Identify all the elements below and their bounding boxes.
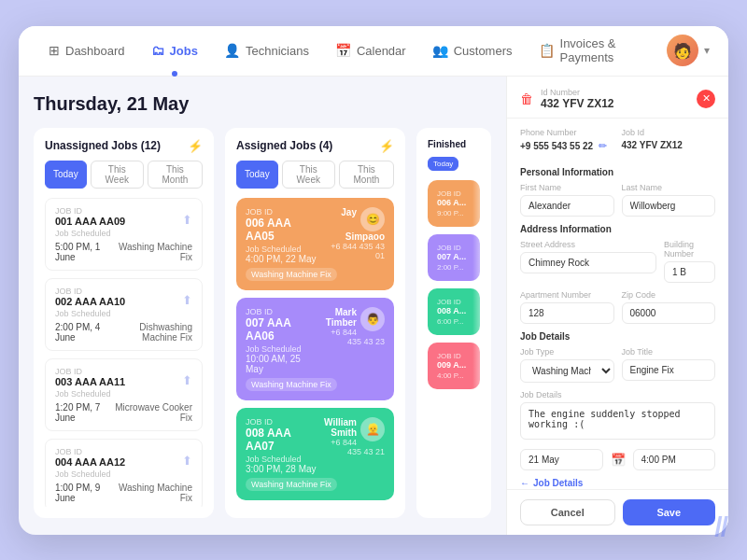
apartment-label: Apartment Number	[520, 290, 614, 300]
time-input[interactable]	[633, 449, 716, 470]
back-to-job-details-button[interactable]: ← Job Details	[520, 478, 715, 488]
tab-today-unassigned[interactable]: Today	[45, 161, 87, 189]
apt-zip-fields: Apartment Number Zip Code	[520, 290, 715, 324]
tab-month-assigned[interactable]: This Month	[339, 161, 394, 189]
invoices-icon: 📋	[539, 43, 555, 58]
tab-week-assigned[interactable]: This Week	[282, 161, 335, 189]
upload-icon[interactable]: ⬆	[182, 373, 192, 387]
job-type-select[interactable]: Washing Machine Fix	[520, 359, 614, 383]
job-details-label: Job Details	[520, 390, 715, 399]
dashboard-icon: ⊞	[49, 43, 60, 58]
job-details-title: Job Details	[520, 331, 715, 342]
job-type-label: Job Type	[520, 347, 614, 357]
calendar-picker-icon[interactable]: 📅	[611, 453, 626, 467]
list-item[interactable]: JOB ID 002 AAA AA10 ⬆ Job Scheduled 2:00…	[45, 278, 203, 351]
list-item[interactable]: JOB ID 003 AAA AA11 ⬆ Job Scheduled 1:20…	[45, 358, 203, 431]
cancel-button[interactable]: Cancel	[520, 499, 615, 525]
page-title: Thursday, 21 May	[34, 93, 491, 115]
street-label: Street Address	[520, 240, 656, 249]
assigned-jobs-list: JOB ID 006 AAA AA05 Job Scheduled 4:00 P…	[236, 198, 394, 507]
list-item[interactable]: JOB ID 008 AAA AA07 Job Scheduled 3:00 P…	[236, 408, 394, 500]
unassigned-filter-icon[interactable]: ⚡	[188, 139, 203, 153]
user-avatar-button[interactable]: 🧑 ▾	[667, 35, 710, 66]
nav-label-calendar: Calendar	[357, 44, 406, 58]
nav-label-invoices: Invoices & Payments	[560, 36, 648, 64]
name-fields: First Name Last Name	[520, 183, 715, 217]
assigned-column: Assigned Jobs (4) ⚡ Today This Week This…	[225, 128, 405, 518]
panel-body: Phone Number +9 555 543 55 22 ✏ Job Id 4…	[507, 119, 728, 489]
calendar-icon: 📅	[335, 43, 351, 58]
list-item[interactable]: JOB ID 009 A... 4:00 P...	[428, 343, 480, 389]
upload-icon[interactable]: ⬆	[182, 293, 192, 307]
sidebar-item-dashboard[interactable]: ⊞ Dashboard	[37, 37, 136, 63]
panel-footer: Cancel Save	[507, 489, 728, 535]
list-item[interactable]: JOB ID 001 AAA AA09 ⬆ Job Scheduled 5:00…	[45, 198, 203, 271]
phone-row: Phone Number +9 555 543 55 22 ✏ Job Id 4…	[520, 128, 715, 160]
zip-label: Zip Code	[622, 290, 716, 300]
unassigned-jobs-list: JOB ID 001 AAA AA09 ⬆ Job Scheduled 5:00…	[45, 198, 203, 507]
nav-label-dashboard: Dashboard	[65, 44, 125, 58]
date-input[interactable]	[520, 449, 603, 470]
sidebar-item-invoices[interactable]: 📋 Invoices & Payments	[528, 31, 659, 70]
tab-month-unassigned[interactable]: This Month	[148, 161, 203, 189]
first-name-input[interactable]	[520, 195, 614, 217]
main-content: Thursday, 21 May Unassigned Jobs (12) ⚡ …	[19, 77, 728, 535]
job-title-label: Job Title	[622, 347, 716, 357]
upload-icon[interactable]: ⬆	[182, 454, 192, 468]
avatar: 🧑	[667, 35, 698, 66]
job-id-label: Job Id	[622, 128, 716, 137]
watermark: //	[714, 511, 726, 543]
unassigned-column: Unassigned Jobs (12) ⚡ Today This Week T…	[34, 128, 214, 518]
save-button[interactable]: Save	[623, 499, 716, 525]
address-fields: Street Address Building Number	[520, 240, 715, 283]
close-button[interactable]: ✕	[697, 90, 715, 108]
upload-icon[interactable]: ⬆	[182, 213, 192, 227]
list-item[interactable]: JOB ID 008 A... 6:00 P...	[428, 288, 480, 335]
id-number-label: Id Number	[541, 88, 614, 97]
list-item[interactable]: JOB ID 007 AAA AA06 Job Scheduled 10:00 …	[236, 298, 394, 400]
last-name-input[interactable]	[622, 195, 716, 217]
job-title-input[interactable]	[622, 359, 716, 381]
list-item[interactable]: JOB ID 007 A... 2:00 P...	[428, 234, 480, 281]
assigned-header: Assigned Jobs (4) ⚡	[236, 139, 394, 153]
sidebar-item-calendar[interactable]: 📅 Calendar	[324, 37, 417, 63]
assigned-tabs: Today This Week This Month	[236, 161, 394, 189]
street-input[interactable]	[520, 252, 656, 273]
date-time-fields: 📅	[520, 449, 715, 470]
id-number-value: 432 YFV ZX12	[541, 97, 614, 110]
phone-value: +9 555 543 55 22	[520, 141, 593, 151]
list-item[interactable]: JOB ID 004 AAA AA12 ⬆ Job Scheduled 1:00…	[45, 439, 203, 507]
finished-header: Finished	[428, 139, 480, 149]
back-arrow-icon: ←	[520, 478, 529, 488]
apartment-input[interactable]	[520, 302, 614, 324]
assigned-filter-icon[interactable]: ⚡	[379, 139, 394, 153]
delete-icon[interactable]: 🗑	[520, 91, 533, 106]
unassigned-header: Unassigned Jobs (12) ⚡	[45, 139, 203, 153]
customers-icon: 👥	[432, 43, 448, 58]
address-info-title: Address Information	[520, 224, 715, 234]
zip-input[interactable]	[622, 302, 716, 324]
sidebar-item-customers[interactable]: 👥 Customers	[421, 37, 524, 63]
nav-label-technicians: Technicians	[246, 44, 309, 58]
technicians-icon: 👤	[224, 43, 240, 58]
first-name-label: First Name	[520, 183, 614, 192]
tech-avatar: 😊	[360, 207, 385, 231]
jobs-icon: 🗂	[151, 43, 164, 58]
finished-jobs-list: JOB ID 006 A... 9:00 P... JOB ID 007 A..…	[428, 180, 480, 507]
job-details-textarea[interactable]: The engine suddenly stopped working :(	[520, 402, 715, 440]
building-input[interactable]	[664, 261, 715, 283]
phone-label: Phone Number	[520, 128, 614, 137]
columns: Unassigned Jobs (12) ⚡ Today This Week T…	[34, 128, 491, 518]
list-item[interactable]: JOB ID 006 AAA AA05 Job Scheduled 4:00 P…	[236, 198, 394, 290]
sidebar-item-technicians[interactable]: 👤 Technicians	[213, 37, 320, 63]
personal-info-title: Personal Information	[520, 167, 715, 177]
edit-phone-icon[interactable]: ✏	[599, 140, 607, 152]
tab-today-assigned[interactable]: Today	[236, 161, 278, 189]
tab-week-unassigned[interactable]: This Week	[91, 161, 144, 189]
finished-column: Finished Today JOB ID 006 A... 9:00 P...…	[416, 128, 491, 518]
tab-today-finished[interactable]: Today	[428, 157, 458, 171]
left-panel: Thursday, 21 May Unassigned Jobs (12) ⚡ …	[19, 77, 506, 535]
sidebar-item-jobs[interactable]: 🗂 Jobs	[140, 37, 209, 63]
panel-header: 🗑 Id Number 432 YFV ZX12 ✕	[507, 77, 728, 119]
list-item[interactable]: JOB ID 006 A... 9:00 P...	[428, 180, 480, 227]
